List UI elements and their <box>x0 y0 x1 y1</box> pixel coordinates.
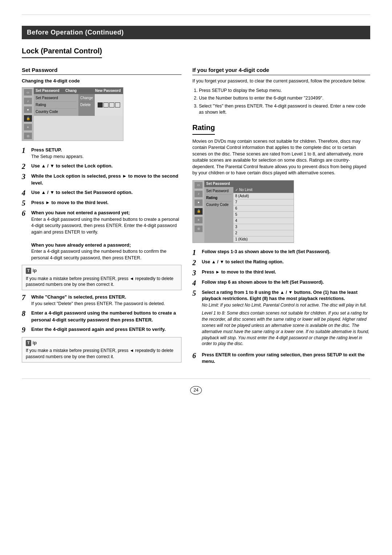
rating-col1-rating: Rating <box>206 195 232 202</box>
forget-step-2: Use the Number buttons to enter the 6-di… <box>199 95 370 102</box>
rating-menu-ui: ▭ ♪ ● 🔒 ≡ ◎ Set Password Set Password <box>192 180 294 243</box>
menu-col2-header-change: Chang <box>64 88 93 94</box>
step-6-text: Enter a 4-digit password using the numbe… <box>31 217 179 235</box>
rating-step-3-bold: Press ► to move to the third level. <box>202 270 276 275</box>
forget-code-intro: If you forget your password, to clear th… <box>192 78 370 85</box>
rating-5: 5 <box>233 212 294 218</box>
tip-label-text-2: ip <box>33 340 37 346</box>
set-password-subtitle: Set Password <box>22 66 181 75</box>
rating-step-5: 5 Select a rating from 1 to 8 using the … <box>192 289 370 349</box>
menu-icon-5: ≡ <box>24 124 32 130</box>
rating-col1-set-password: Set Password <box>206 188 232 195</box>
step-1-text: The Setup menu appears. <box>31 154 84 159</box>
step-3-bold: While the Lock option is selected, press… <box>31 173 178 186</box>
tip-2-text: If you make a mistake before pressing EN… <box>26 348 173 359</box>
rating-icon-5: ≡ <box>195 217 203 223</box>
rating-no-limit-note: No Limit: If you select No Limit, Parent… <box>202 302 370 308</box>
page-header: Before Operation (Continued) <box>22 26 370 39</box>
rating-step-6-bold: Press ENTER to confirm your rating selec… <box>202 352 364 364</box>
rating-icon-1: ▭ <box>195 182 203 189</box>
header-title: Before Operation (Continued) <box>27 29 124 36</box>
step-2-bold: Use ▲ / ▼ to select the Lock option. <box>31 163 113 169</box>
pwd-box-3 <box>109 102 114 108</box>
rating-4: 4 <box>233 218 294 224</box>
rating-6: 6 <box>233 206 294 212</box>
tip-t-icon-2: T <box>26 340 31 346</box>
rating-step-6: 6 Press ENTER to confirm your rating sel… <box>192 352 370 365</box>
rating-step-5-bold: Select a rating from 1 to 8 using the ▲ … <box>202 290 358 301</box>
step-6-sub-text: Enter a 4-digit password using the numbe… <box>31 249 166 260</box>
menu-icon-4: 🔒 <box>24 115 32 122</box>
rating-1-kids: 1 (Kids) <box>233 236 294 243</box>
changing-code-label: Changing the 4-digit code <box>22 78 181 84</box>
step-9-bold: Enter the 4-digit password again and pre… <box>31 327 166 332</box>
pwd-box-1 <box>98 102 103 108</box>
rating-icon-2: ♪ <box>195 191 203 197</box>
menu-col2-delete: Delete <box>80 102 93 108</box>
rating-menu-col1: Set Password Rating Country Code <box>204 187 233 243</box>
forget-step-1: Press SETUP to display the Setup menu. <box>199 88 370 94</box>
menu-item-rating: Rating <box>36 102 77 109</box>
rating-section: Rating Movies on DVDs may contain scenes… <box>192 122 370 365</box>
forget-code-title: If you forget your 4-digit code <box>192 66 370 75</box>
set-password-menu-ui: ▭ ♪ ● 🔒 ≡ ◎ Set Password Chang New Passw… <box>22 87 123 141</box>
page-number: 24 <box>190 386 201 394</box>
rating-3: 3 <box>233 224 294 230</box>
menu-icon-6: ◎ <box>24 133 32 139</box>
lock-section-title: Lock (Parental Control) <box>22 46 102 58</box>
tip-label-text: ip <box>33 267 37 274</box>
tip-box-2: T ip If you make a mistake before pressi… <box>22 337 181 362</box>
step-8-bold: Enter a 4-digit password using the numbe… <box>31 310 176 323</box>
page-number-area: 24 <box>22 386 370 394</box>
step-2: 2 Use ▲ / ▼ to select the Lock option. <box>22 163 181 170</box>
menu-col3-password <box>95 94 123 116</box>
menu-icon-2: ♪ <box>24 98 32 104</box>
step-1: 1 Press SETUP. The Setup menu appears. <box>22 147 181 160</box>
rating-intro: Movies on DVDs may contain scenes not su… <box>192 138 370 177</box>
step-8: 8 Enter a 4-digit password using the num… <box>22 310 181 323</box>
rating-no-limit: ✓ No Limit <box>233 187 294 193</box>
rating-step-1: 1 Follow steps 1-3 as shown above to the… <box>192 249 370 256</box>
step-9: 9 Enter the 4-digit password again and p… <box>22 326 181 333</box>
step-4-bold: Use ▲ / ▼ to select the Set Password opt… <box>31 190 132 195</box>
step-6-sub-bold: When you have already entered a password… <box>31 242 131 248</box>
step-6-bold: When you have not entered a password yet… <box>31 210 130 215</box>
step-1-bold: Press SETUP. <box>31 147 62 153</box>
menu-item-set-password: Set Password <box>36 95 77 102</box>
pwd-box-4 <box>115 102 120 108</box>
rating-2: 2 <box>233 230 294 236</box>
menu-col3-header: New Password <box>93 88 123 94</box>
pwd-box-2 <box>103 102 109 108</box>
rating-step-1-bold: Follow steps 1-3 as shown above to the l… <box>202 249 330 254</box>
step-7: 7 While "Change" is selected, press ENTE… <box>22 294 181 307</box>
step-5: 5 Press ► to move to the third level. <box>22 199 181 207</box>
menu-icon-1: ▭ <box>24 89 32 96</box>
rating-menu-body: Set Password Rating Country Code ✓ No Li… <box>204 187 294 243</box>
forget-code-steps: Press SETUP to display the Setup menu. U… <box>199 88 370 116</box>
rating-step-3: 3 Press ► to move to the third level. <box>192 269 370 276</box>
rating-step-2: 2 Use ▲ / ▼ to select the Rating option. <box>192 259 370 266</box>
rating-menu-main: Set Password Set Password Rating Country… <box>204 181 294 243</box>
step-4: 4 Use ▲ / ▼ to select the Set Password o… <box>22 189 181 197</box>
rating-icon-6: ◎ <box>195 226 203 232</box>
menu-rating-item: Set Password Rating Country Code <box>34 94 78 116</box>
step-7-text: If you select "Delete" then press ENTER.… <box>31 301 165 306</box>
step-3: 3 While the Lock option is selected, pre… <box>22 173 181 186</box>
menu-col2-change: Change <box>80 95 93 102</box>
rating-7: 7 <box>233 199 294 206</box>
rating-col1-country: Country Code <box>206 202 232 208</box>
rating-title: Rating <box>192 122 215 135</box>
rating-step-4-bold: Follow step 6 as shown above to the left… <box>202 280 324 285</box>
menu-col1-header: Set Password <box>34 88 64 94</box>
tip-1-text: If you make a mistake before pressing EN… <box>26 276 173 287</box>
rating-col3: ✓ No Limit 8 (Adult) 7 6 5 4 3 2 1 (Kids… <box>233 187 294 243</box>
tip-box-1: T ip If you make a mistake before pressi… <box>22 265 181 290</box>
rating-menu-header: Set Password <box>204 181 294 187</box>
rating-icon-3: ● <box>195 199 203 206</box>
rating-step-4: 4 Follow step 6 as shown above to the le… <box>192 279 370 287</box>
rating-8-adult: 8 (Adult) <box>233 193 294 199</box>
rating-step-2-bold: Use ▲ / ▼ to select the Rating option. <box>202 259 283 264</box>
rating-level-note: Level 1 to 8: Some discs contain scenes … <box>202 310 370 347</box>
menu-item-country-code: Country Code <box>36 109 77 115</box>
menu-icons-col: ▭ ♪ ● 🔒 ≡ ◎ <box>22 88 34 141</box>
